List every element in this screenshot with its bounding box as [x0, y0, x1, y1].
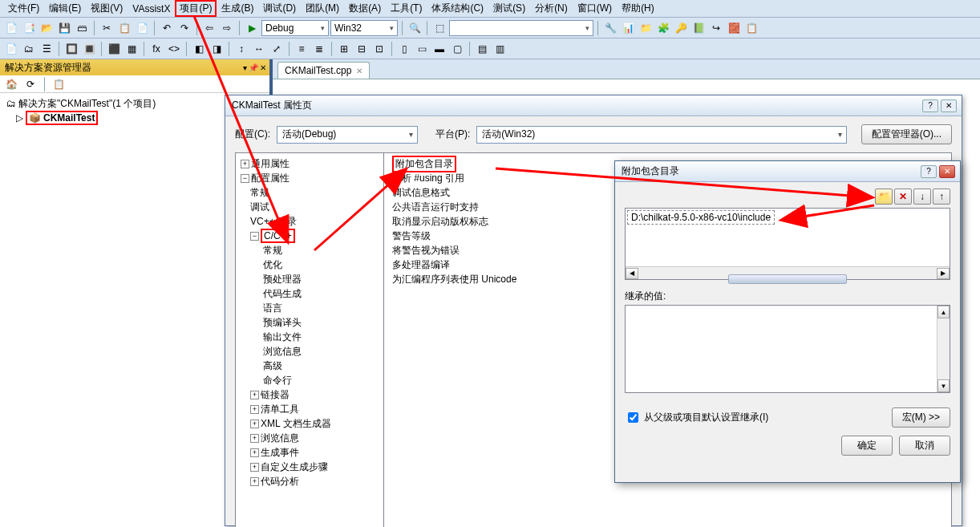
t2-r[interactable]: ⊟ — [354, 41, 370, 57]
menu-vassistx[interactable]: VAssistX — [128, 2, 175, 16]
ok-button[interactable]: 确定 — [841, 436, 893, 456]
copy-button[interactable]: 📋 — [116, 20, 132, 36]
t2-w[interactable]: ▢ — [449, 41, 465, 57]
t2-h[interactable]: fx — [148, 41, 164, 57]
tool-btn-e[interactable]: 🔑 — [673, 20, 689, 36]
delete-button[interactable]: ✕ — [894, 189, 912, 205]
menu-debug[interactable]: 调试(D) — [258, 0, 301, 17]
t2-n[interactable]: ⤢ — [269, 41, 285, 57]
platform-combo[interactable]: Win32 — [330, 20, 398, 36]
t2-p[interactable]: ≣ — [311, 41, 327, 57]
find-button[interactable]: 🔍 — [407, 20, 423, 36]
sln-tool-b[interactable]: ⟳ — [22, 76, 38, 92]
tool-btn-d[interactable]: 🧩 — [655, 20, 671, 36]
panel-close-icon[interactable]: ✕ — [260, 63, 266, 72]
nav-fwd-button[interactable]: ⇨ — [219, 20, 235, 36]
scroll-right-icon[interactable]: ▶ — [937, 268, 950, 279]
scroll-down-icon[interactable]: ▼ — [937, 379, 950, 392]
cancel-button[interactable]: 取消 — [899, 436, 950, 456]
t2-k[interactable]: ◨ — [209, 41, 225, 57]
incdlg-close-button[interactable]: ✕ — [939, 165, 955, 178]
tree-vcpp-dirs[interactable]: VC++ 目录 — [236, 214, 383, 229]
tool-btn-h[interactable]: 🧱 — [726, 20, 742, 36]
tree-debug[interactable]: 调试 — [236, 200, 383, 214]
close-icon[interactable]: ✕ — [356, 67, 362, 75]
menu-tools[interactable]: 工具(T) — [386, 0, 427, 17]
tree-ccpp-general[interactable]: 常规 — [236, 243, 383, 257]
t2-m[interactable]: ↔ — [251, 41, 267, 57]
menu-file[interactable]: 文件(F) — [3, 0, 44, 17]
tree-ccpp-opt[interactable]: 优化 — [236, 257, 383, 272]
t2-t[interactable]: ▯ — [396, 41, 412, 57]
tree-common-props[interactable]: +通用属性 — [236, 156, 383, 171]
open-button[interactable]: 📂 — [38, 20, 55, 36]
menu-help[interactable]: 帮助(H) — [617, 0, 659, 17]
tree-codeanalysis[interactable]: +代码分析 — [236, 474, 383, 488]
propdlg-titlebar[interactable]: CKMailTest 属性页 ? ✕ — [225, 95, 962, 116]
tree-ccpp-prep[interactable]: 预处理器 — [236, 272, 383, 286]
tree-ccpp[interactable]: −C/C++ — [236, 229, 383, 243]
move-down-button[interactable]: ↓ — [913, 189, 931, 205]
close-button[interactable]: ✕ — [941, 99, 957, 112]
include-path-item[interactable]: D:\chilkat-9.5.0-x86-vc10\include — [627, 210, 775, 225]
t2-g[interactable]: ▦ — [124, 41, 140, 57]
tree-ccpp-adv[interactable]: 高级 — [236, 359, 383, 373]
paste-button[interactable]: 📄 — [134, 20, 150, 36]
property-tree[interactable]: +通用属性 −配置属性 常规 调试 VC++ 目录 −C/C++ 常规 优化 预… — [235, 152, 384, 527]
t2-i[interactable]: <> — [166, 41, 182, 57]
menu-analyze[interactable]: 分析(N) — [530, 0, 573, 17]
panel-dropdown-icon[interactable]: ▾ — [243, 63, 247, 72]
incdlg-titlebar[interactable]: 附加包含目录 ? ✕ — [615, 161, 960, 182]
extensions-button[interactable]: ⬚ — [431, 20, 447, 36]
inherit-checkbox[interactable] — [628, 412, 638, 423]
t2-e[interactable]: 🔳 — [81, 41, 97, 57]
t2-c[interactable]: ☰ — [38, 41, 55, 57]
menu-window[interactable]: 窗口(W) — [573, 0, 617, 17]
cut-button[interactable]: ✂ — [99, 20, 115, 36]
tree-ccpp-lang[interactable]: 语言 — [236, 301, 383, 315]
t2-a[interactable]: 📄 — [3, 41, 19, 57]
t2-q[interactable]: ⊞ — [336, 41, 352, 57]
move-up-button[interactable]: ↑ — [933, 189, 950, 205]
incdlg-help-button[interactable]: ? — [921, 165, 937, 178]
tree-ccpp-browse[interactable]: 浏览信息 — [236, 344, 383, 359]
help-button[interactable]: ? — [922, 99, 938, 112]
t2-b[interactable]: 🗂 — [21, 41, 37, 57]
tree-manifest[interactable]: +清单工具 — [236, 402, 383, 416]
menu-test[interactable]: 测试(S) — [488, 0, 530, 17]
tool-btn-c[interactable]: 📁 — [638, 20, 654, 36]
scroll-left-icon[interactable]: ◀ — [626, 268, 638, 279]
menu-data[interactable]: 数据(A) — [344, 0, 386, 17]
add-item-button[interactable]: 📑 — [21, 20, 37, 36]
menu-edit[interactable]: 编辑(E) — [44, 0, 86, 17]
menu-team[interactable]: 团队(M) — [301, 0, 344, 17]
new-folder-button[interactable]: 📁 — [875, 189, 893, 205]
expander-icon[interactable]: ▷ — [16, 112, 23, 124]
find-combo[interactable] — [449, 20, 593, 36]
sln-tool-a[interactable]: 🏠 — [3, 76, 19, 92]
tool-btn-f[interactable]: 📗 — [690, 20, 707, 36]
tree-linker[interactable]: +链接器 — [236, 387, 383, 402]
platform-dropdown[interactable]: 活动(Win32) — [476, 126, 846, 144]
new-project-button[interactable]: 📄 — [3, 20, 19, 36]
menu-view[interactable]: 视图(V) — [86, 0, 128, 17]
tree-ccpp-codegen[interactable]: 代码生成 — [236, 286, 383, 301]
config-dropdown[interactable]: 活动(Debug) — [277, 126, 418, 144]
menu-project[interactable]: 项目(P) — [175, 0, 217, 17]
save-all-button[interactable]: 🗃 — [74, 20, 90, 36]
scroll-thumb[interactable] — [728, 274, 848, 284]
t2-v[interactable]: ▬ — [431, 41, 447, 57]
config-manager-button[interactable]: 配置管理器(O)... — [861, 124, 952, 144]
scroll-up-icon[interactable]: ▲ — [937, 306, 950, 318]
menu-build[interactable]: 生成(B) — [217, 0, 258, 17]
tree-general[interactable]: 常规 — [236, 185, 383, 200]
t2-f[interactable]: ⬛ — [106, 41, 122, 57]
t2-d[interactable]: 🔲 — [63, 41, 79, 57]
tree-browse[interactable]: +浏览信息 — [236, 431, 383, 445]
v-scrollbar[interactable]: ▲ ▼ — [937, 306, 950, 392]
t2-y[interactable]: ▥ — [492, 41, 508, 57]
tree-ccpp-output[interactable]: 输出文件 — [236, 330, 383, 344]
t2-x[interactable]: ▤ — [474, 41, 490, 57]
tree-xml[interactable]: +XML 文档生成器 — [236, 416, 383, 431]
redo-button[interactable]: ↷ — [176, 20, 192, 36]
